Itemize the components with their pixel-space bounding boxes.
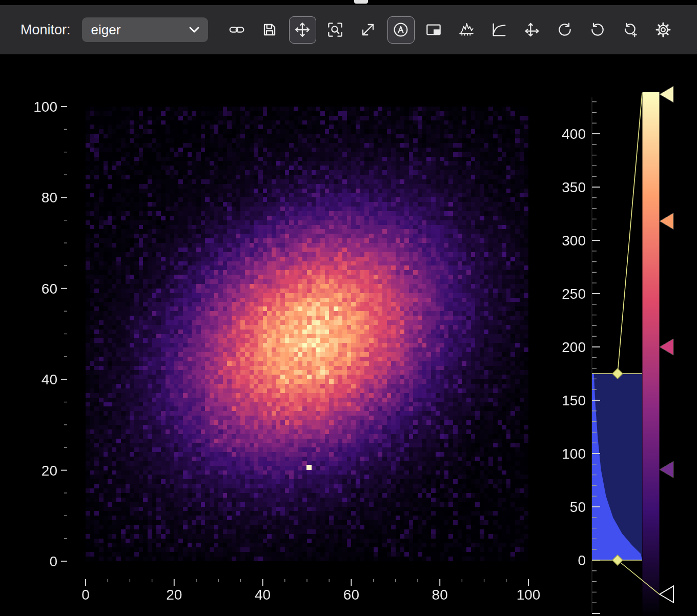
colorbar-label: 250 [562, 286, 586, 302]
colorbar-label: 300 [562, 233, 586, 249]
colorbar-label: 100 [562, 446, 586, 462]
colormap-stop-2-handle[interactable] [660, 339, 673, 355]
colorbar-label: 350 [562, 179, 586, 195]
y-axis-label: 80 [42, 190, 57, 206]
x-axis-label: 20 [166, 587, 182, 603]
x-axis-label: 40 [255, 587, 271, 603]
peak-marker [306, 465, 312, 470]
colormap-max-handle[interactable] [660, 86, 673, 102]
y-axis-label: 40 [42, 372, 57, 387]
y-axis-label: 60 [42, 281, 57, 297]
app-window: Monitor: eiger [0, 0, 697, 616]
range-max-map-line [618, 93, 642, 374]
y-axis-label: 100 [33, 99, 57, 115]
x-axis-label: 0 [81, 587, 90, 603]
y-axis-label: 0 [49, 553, 57, 569]
x-axis-label: 80 [432, 587, 448, 603]
colormap-stop-3-handle[interactable] [660, 213, 673, 230]
colorbar-label: 150 [562, 393, 586, 408]
plot-and-colorbar-overlay: 0204060801000204060801000501001502002503… [0, 0, 697, 616]
colormap-stop-1-handle[interactable] [660, 461, 673, 478]
colorbar-label: 400 [562, 126, 586, 142]
colormap-min-handle[interactable] [660, 586, 673, 603]
y-axis-label: 20 [42, 463, 57, 479]
x-axis-label: 100 [517, 587, 541, 603]
colorbar-label: 50 [570, 499, 586, 515]
x-axis-label: 60 [343, 587, 359, 603]
colorbar-label: 200 [562, 339, 586, 355]
colorbar-label: 0 [578, 552, 586, 568]
colorbar-gradient[interactable] [643, 92, 660, 616]
